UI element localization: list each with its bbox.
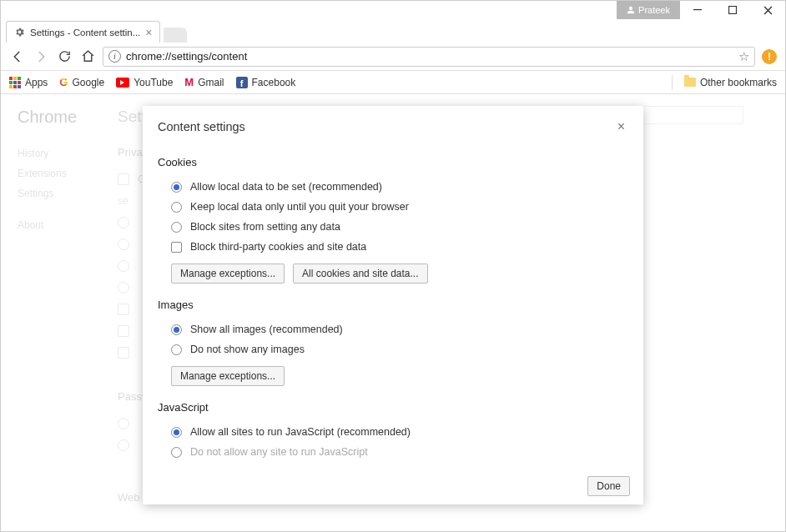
user-icon	[627, 6, 635, 14]
browser-toolbar: i chrome://settings/content ☆ !	[1, 43, 785, 71]
forward-button[interactable]	[33, 48, 49, 65]
section-cookies-title: Cookies	[158, 156, 623, 168]
section-javascript-title: JavaScript	[158, 401, 623, 414]
cookies-option-block[interactable]: Block sites from setting any data	[158, 217, 623, 237]
window-maximize-button[interactable]	[715, 1, 750, 19]
modal-overlay: Content settings × Cookies Allow local d…	[1, 96, 785, 531]
bookmark-apps[interactable]: Apps	[9, 77, 48, 88]
facebook-icon: f	[236, 77, 248, 88]
reload-button[interactable]	[56, 48, 73, 65]
window-minimize-button[interactable]	[680, 1, 715, 19]
checkbox-icon	[171, 242, 182, 253]
option-label: Keep local data only until you quit your…	[190, 201, 409, 213]
option-label: Do not allow any site to run JavaScript	[190, 446, 368, 458]
images-option-hide[interactable]: Do not show any images	[158, 339, 623, 359]
window-titlebar: Prateek	[1, 1, 785, 19]
bookmark-google[interactable]: G Google	[59, 76, 104, 88]
address-bar[interactable]: i chrome://settings/content ☆	[103, 47, 755, 67]
cookies-option-session[interactable]: Keep local data only until you quit your…	[158, 197, 623, 217]
window-close-button[interactable]	[750, 1, 785, 19]
cookies-manage-exceptions-button[interactable]: Manage exceptions...	[171, 263, 285, 284]
content-settings-dialog: Content settings × Cookies Allow local d…	[143, 106, 643, 504]
bookmark-label: Gmail	[198, 77, 224, 88]
dialog-scroll-area[interactable]: Cookies Allow local data to be set (reco…	[143, 139, 638, 468]
section-images-title: Images	[158, 299, 623, 311]
dialog-title: Content settings	[158, 120, 245, 133]
back-button[interactable]	[9, 48, 26, 65]
bookmark-star-icon[interactable]: ☆	[738, 49, 749, 64]
new-tab-button[interactable]	[164, 28, 187, 43]
bookmark-label: YouTube	[134, 77, 173, 88]
radio-icon	[171, 324, 182, 335]
tab-close-icon[interactable]: ×	[145, 26, 152, 39]
cookies-all-data-button[interactable]: All cookies and site data...	[293, 263, 427, 284]
js-option-block[interactable]: Do not allow any site to run JavaScript	[158, 442, 623, 462]
option-label: Do not show any images	[190, 344, 305, 355]
cookies-option-allow[interactable]: Allow local data to be set (recommended)	[158, 177, 623, 197]
bookmark-youtube[interactable]: YouTube	[116, 77, 173, 88]
browser-tab-title: Settings - Content settin...	[30, 28, 140, 38]
bookmark-other-folder[interactable]: Other bookmarks	[684, 77, 777, 88]
gear-icon	[13, 27, 25, 38]
bookmark-label: Facebook	[252, 77, 296, 88]
site-info-icon[interactable]: i	[108, 50, 121, 63]
chrome-user-badge[interactable]: Prateek	[617, 1, 680, 19]
bookmark-facebook[interactable]: f Facebook	[236, 77, 296, 88]
option-label: Block sites from setting any data	[190, 221, 340, 233]
option-label: Block third-party cookies and site data	[190, 241, 366, 253]
dialog-close-button[interactable]: ×	[614, 118, 628, 136]
bookmarks-bar: Apps G Google YouTube M Gmail f Facebook…	[1, 71, 785, 94]
bookmark-label: Other bookmarks	[700, 77, 777, 88]
cookies-block-third-party[interactable]: Block third-party cookies and site data	[158, 237, 623, 257]
browser-tab-strip: Settings - Content settin... ×	[1, 19, 785, 43]
apps-grid-icon	[9, 77, 21, 88]
bookmark-gmail[interactable]: M Gmail	[184, 76, 224, 88]
dialog-done-button[interactable]: Done	[587, 476, 630, 496]
radio-icon	[171, 222, 182, 233]
option-label: Allow all sites to run JavaScript (recom…	[190, 426, 411, 438]
images-option-show[interactable]: Show all images (recommended)	[158, 319, 623, 339]
radio-icon	[171, 447, 182, 458]
bookmarks-separator	[672, 75, 673, 90]
gmail-icon: M	[184, 76, 194, 88]
svg-rect-1	[729, 7, 737, 14]
option-label: Show all images (recommended)	[190, 324, 343, 335]
images-manage-exceptions-button[interactable]: Manage exceptions...	[171, 366, 285, 386]
google-g-icon: G	[59, 76, 68, 88]
svg-rect-0	[693, 9, 702, 10]
home-button[interactable]	[79, 48, 96, 65]
youtube-icon	[116, 78, 129, 88]
address-url: chrome://settings/content	[126, 50, 733, 63]
browser-tab[interactable]: Settings - Content settin... ×	[6, 21, 160, 43]
chrome-menu-alert-button[interactable]: !	[762, 49, 777, 64]
radio-icon	[171, 202, 182, 213]
bookmark-label: Google	[72, 77, 104, 88]
chrome-user-name: Prateek	[638, 5, 670, 15]
option-label: Allow local data to be set (recommended)	[190, 181, 382, 193]
radio-icon	[171, 182, 182, 193]
radio-icon	[171, 344, 182, 355]
folder-icon	[684, 78, 696, 87]
js-option-allow[interactable]: Allow all sites to run JavaScript (recom…	[158, 422, 623, 442]
bookmark-label: Apps	[25, 77, 48, 88]
radio-icon	[171, 427, 182, 438]
